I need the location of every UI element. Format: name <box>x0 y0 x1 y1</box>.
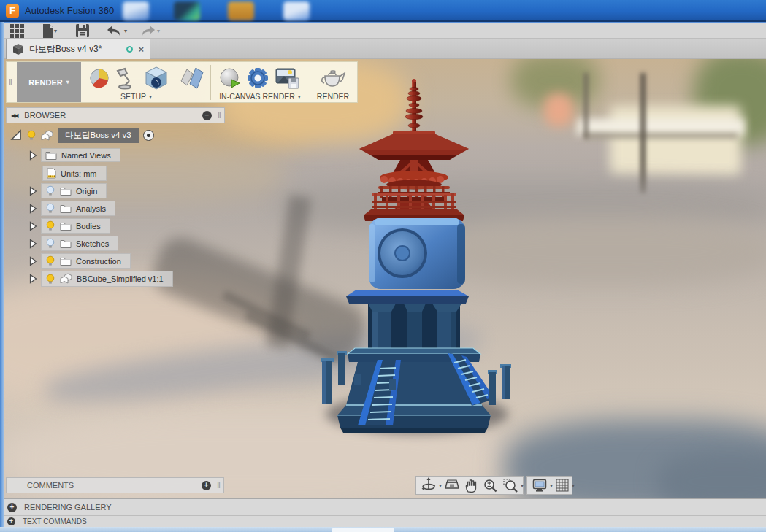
comments-panel-header[interactable]: COMMENTS + ‖ <box>6 477 224 493</box>
tree-item-bodies[interactable]: Bodies <box>29 218 110 234</box>
render-settings-gear-icon[interactable] <box>243 64 272 92</box>
display-toolbar: ▾ ▾ <box>526 476 572 495</box>
expand-arrow-icon[interactable] <box>29 239 37 249</box>
scene-settings-lamp-icon[interactable] <box>112 64 141 92</box>
workspace-selector-button[interactable]: RENDER ▾ <box>17 62 81 102</box>
document-tab-strip: 다보탑Boss v4 v3* × <box>0 39 766 59</box>
tree-item-root[interactable]: 다보탑Boss v4 v3 <box>10 128 154 143</box>
render-group-label: RENDER <box>311 91 355 101</box>
navigation-toolbar: ▾ <box>415 476 524 495</box>
expand-arrow-icon[interactable] <box>29 150 37 161</box>
folder-icon <box>45 150 57 160</box>
pagoda-model[interactable] <box>307 62 540 445</box>
folder-icon <box>60 256 72 266</box>
bulb-off-icon[interactable] <box>45 238 55 249</box>
quick-access-toolbar: ▾ ▾ ▾ <box>0 23 766 39</box>
expand-text-commands-icon[interactable]: + <box>7 517 15 525</box>
ribbon-separator <box>310 65 310 100</box>
component-icon <box>60 273 72 285</box>
grid-display-caret[interactable]: ▾ <box>572 482 575 489</box>
save-icon[interactable] <box>74 23 91 38</box>
pan-hand-icon[interactable] <box>462 477 480 494</box>
grid-display-icon[interactable] <box>553 477 572 494</box>
capture-image-icon[interactable] <box>273 64 302 92</box>
redo-icon[interactable] <box>139 23 156 38</box>
orbit-icon[interactable] <box>418 477 439 494</box>
tree-item-named-views[interactable]: Named Views <box>29 148 120 162</box>
undo-icon[interactable] <box>106 23 123 38</box>
ribbon-separator <box>210 65 211 100</box>
undo-caret[interactable]: ▾ <box>124 28 127 34</box>
in-canvas-render-icon[interactable] <box>215 64 245 92</box>
text-commands-label: TEXT COMMANDS <box>23 517 87 525</box>
close-tab-icon[interactable]: × <box>138 45 144 54</box>
app-grid-icon[interactable] <box>8 23 26 38</box>
browser-panel-header[interactable]: ◀◀ BROWSER − ‖ <box>6 107 225 123</box>
desktop-icon-blur <box>123 1 149 20</box>
tree-item-analysis[interactable]: Analysis <box>29 201 115 216</box>
bulb-on-icon[interactable] <box>45 220 55 231</box>
zoom-window-icon[interactable] <box>500 477 521 494</box>
minimize-panel-icon[interactable]: − <box>202 111 212 120</box>
expanded-marker-icon[interactable] <box>10 129 23 142</box>
tree-item-units[interactable]: Units: mm <box>42 166 107 181</box>
root-component-label[interactable]: 다보탑Boss v4 v3 <box>58 128 139 143</box>
zoom-icon[interactable] <box>480 477 500 494</box>
folder-icon <box>60 186 72 196</box>
collapse-panel-icon[interactable]: ◀◀ <box>11 112 17 119</box>
render-environment-cube-icon[interactable] <box>142 64 171 92</box>
desktop-icon-blur <box>174 1 200 20</box>
document-tab[interactable]: 다보탑Boss v4 v3* × <box>6 39 150 59</box>
window-border <box>0 22 4 527</box>
units-document-icon <box>47 168 56 179</box>
rendering-gallery-bar[interactable]: + RENDERING GALLERY <box>0 498 766 515</box>
bulb-off-icon[interactable] <box>45 185 55 196</box>
bulb-off-icon[interactable] <box>45 203 55 214</box>
fusion360-window: F Autodesk Fusion 360 ▾ ▾ <box>0 0 766 532</box>
taskbar-edge <box>0 527 766 532</box>
panel-grip[interactable]: ‖ <box>217 480 221 490</box>
text-commands-bar[interactable]: + TEXT COMMANDS <box>0 515 766 527</box>
display-settings-icon[interactable] <box>529 477 550 494</box>
decal-icon[interactable] <box>177 64 207 92</box>
tree-item-sketches[interactable]: Sketches <box>29 236 118 251</box>
expand-arrow-icon[interactable] <box>29 221 37 231</box>
ribbon-grip[interactable]: ‖ <box>9 77 12 88</box>
setup-group-label[interactable]: SETUP▾ <box>102 91 171 101</box>
look-at-icon[interactable] <box>442 477 462 494</box>
expand-comments-icon[interactable]: + <box>202 481 211 490</box>
bulb-on-icon[interactable] <box>26 130 37 141</box>
expand-gallery-icon[interactable]: + <box>7 503 17 512</box>
render-teapot-icon[interactable] <box>318 64 348 92</box>
file-menu-caret[interactable]: ▾ <box>54 28 57 34</box>
expand-arrow-icon[interactable] <box>29 274 37 284</box>
workspace-label: RENDER <box>28 78 62 87</box>
activate-component-radio[interactable] <box>143 130 154 141</box>
folder-icon <box>60 204 72 213</box>
expand-arrow-icon[interactable] <box>29 256 37 266</box>
folder-icon <box>60 221 72 231</box>
tree-item-origin[interactable]: Origin <box>29 183 107 198</box>
taskbar-button-edge <box>332 528 394 532</box>
sync-status-icon <box>126 46 133 53</box>
folder-icon <box>60 239 72 248</box>
expand-arrow-icon[interactable] <box>29 186 37 196</box>
bulb-on-icon[interactable] <box>45 274 55 285</box>
redo-caret[interactable]: ▾ <box>157 28 160 34</box>
rendering-gallery-label: RENDERING GALLERY <box>24 503 112 512</box>
tree-item-bbcube[interactable]: BBCube_Simplified v1:1 <box>29 271 173 287</box>
appearance-pie-icon[interactable] <box>85 64 114 92</box>
component-icon <box>41 130 53 142</box>
panel-grip[interactable]: ‖ <box>218 110 221 120</box>
comments-label: COMMENTS <box>27 481 74 490</box>
document-cube-icon <box>12 44 24 55</box>
workspace-caret: ▾ <box>66 79 69 85</box>
document-tab-title: 다보탑Boss v4 v3* <box>29 43 102 55</box>
expand-arrow-icon[interactable] <box>29 204 37 214</box>
in-canvas-render-group-label[interactable]: IN-CANVAS RENDER▾ <box>212 91 308 101</box>
browser-panel-title: BROWSER <box>24 111 66 120</box>
zoom-window-caret[interactable]: ▾ <box>521 482 524 489</box>
bulb-on-icon[interactable] <box>45 255 55 266</box>
titlebar[interactable]: F Autodesk Fusion 360 <box>0 0 766 22</box>
tree-item-construction[interactable]: Construction <box>29 253 131 269</box>
